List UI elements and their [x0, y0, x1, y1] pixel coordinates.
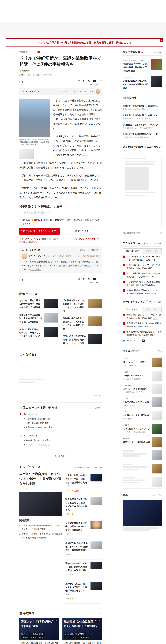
- digest-thumbnail[interactable]: [77, 434, 102, 450]
- ranking-item-title[interactable]: 医学部受験「6浪」からアナウンサーに 原千晶さんが吹っ切れた瞬間136: [126, 313, 161, 320]
- top-news-item-thumbnail[interactable]: [91, 582, 102, 590]
- related-item[interactable]: あの日、殺人に直面した住民たち 年老いても「死角ない街」のために: [19, 328, 58, 342]
- content-thumbnail[interactable]: [152, 384, 161, 394]
- related-item-title[interactable]: あの日、殺人に直面した住民たち 年老いても「死角ない街」のために: [19, 328, 42, 342]
- commenter-name[interactable]: マライ・メントライン: [29, 254, 50, 258]
- pr-item-title[interactable]: 全国に広がる歯科訪問診療の担い手不足: [123, 132, 161, 136]
- content-title[interactable]: 極上のバゲットと焼菓子: [123, 361, 146, 364]
- top-news-item[interactable]: 星野源さんの紅白曲、反発覚悟で批判した俳優「作品に罪なくても」 18:00: [65, 580, 102, 604]
- commenter-avatar[interactable]: [22, 254, 27, 259]
- pr-item[interactable]: 京都大学・髙折教授に聞く、血液のがん 適切な相談をして選ぶ治療法とは: [123, 103, 161, 112]
- content-item[interactable]: 【＆w】 夫が変わり、台所が変わった 東京の台所２: [123, 409, 161, 422]
- content-item[interactable]: [123, 449, 161, 462]
- top-news-item[interactable]: 「世界の川重」の裏金づくり「やはりばれた」下請け社長は覚悟した 17:02 独自: [65, 472, 102, 495]
- register-button[interactable]: 今すぐ登録（初トクキャンペーン中）: [19, 228, 60, 235]
- print-button[interactable]: [19, 277, 25, 283]
- subhead-keyword-link[interactable]: 民事訴訟: [19, 205, 31, 208]
- top-news-item-title[interactable]: 足立敏之参院議員が死去 訪問中のモルディブで 海難事故か: [65, 521, 89, 532]
- series-category[interactable]: わたしとロック: [123, 76, 149, 79]
- content-item[interactable]: 【＆M】 キッチンのCMラブソング いしわたり淳治の視点: [123, 369, 161, 382]
- commenter-link[interactable]: コメント: [88, 90, 95, 93]
- more-link[interactable]: もっと見る: [153, 242, 161, 245]
- lead-story-title[interactable]: 架空取引で海自接待、脈々つづけて40年 川重が陥った事なかれ主義: [19, 472, 62, 486]
- content-item[interactable]: [123, 462, 161, 475]
- top-news-item[interactable]: 不倫・DV・モラハラの「代償」慰謝料の相場と盲点 弁護士に聞く 17:30: [65, 560, 102, 580]
- digest-headline[interactable]: インフルエンザが急拡大: [24, 443, 51, 446]
- related-article-title[interactable]: 防衛省が不祥事の在庫一掃セール？ 国会の追及避け、年末に集中発表: [22, 524, 62, 531]
- digest-thumbnail[interactable]: [77, 412, 102, 429]
- content-item[interactable]: Re:Ron 選挙でショート動画広まる訳: [123, 436, 161, 449]
- ranking-item-title[interactable]: 「社長が怒っている」ジャニーズ幹部発言 公取委把握、「注意」の裏: [126, 255, 161, 262]
- related-item[interactable]: 「自販機＆防犯カメラ」街に続々 あえて隠さず、あったか〜い見守り: [63, 299, 102, 313]
- tab-hatena[interactable]: はてなブックマーク: [142, 307, 161, 312]
- guide-link[interactable]: ご案内: [156, 350, 161, 352]
- related-item[interactable]: なぜいま？暴走の騒音110番が急増中 大阪から兵庫へ「出張疑惑」: [19, 299, 58, 309]
- ranking-item[interactable]: 1 医学部受験「6浪」からアナウンサーに 原千晶さんが吹っ切れた瞬間136: [123, 313, 161, 320]
- gallery-icon[interactable]: [35, 144, 37, 145]
- content-category[interactable]: 【＆w】: [123, 358, 146, 360]
- video-thumbnail[interactable]: 解説人語 韓国メディア記者が語る 非常戒厳の衝撃 呼び起こされた独裁の「記憶」 …: [19, 618, 59, 640]
- facebook-icon[interactable]: f: [83, 277, 85, 281]
- close-icon[interactable]: X: [160, 39, 163, 42]
- hatena-count[interactable]: 55: [96, 83, 98, 86]
- share-list-link[interactable]: list: [90, 282, 93, 284]
- facebook-link[interactable]: Facebook: [127, 339, 135, 342]
- video-thumbnail[interactable]: 解説人語 船井電機 なぜ自己破産 消えた300億円と「1円譲渡」 かつては米国で…: [62, 618, 102, 640]
- x-timeline-widget[interactable]: [123, 156, 161, 228]
- related-item-thumbnail[interactable]: [44, 313, 58, 322]
- outbrain-attribution[interactable]: Outbrain ▷: [94, 394, 102, 397]
- x-icon[interactable]: X: [88, 79, 90, 83]
- content-thumbnail[interactable]: [152, 424, 161, 434]
- ranking-item-title[interactable]: 医学部受験「6浪」からアナウンサーに 原千晶さんが吹っ切れた瞬間: [126, 264, 161, 270]
- author-name[interactable]: 東孝司: [19, 74, 25, 76]
- commentplus-bar[interactable]: コメントプラス マライ・メントラインさんの コメント: [19, 88, 102, 95]
- x-widget-footer[interactable]: 朝日新聞神戸総局(X) 𝕏: [123, 230, 161, 237]
- content-title[interactable]: クルマの旅は発見がいっぱい: [123, 400, 150, 404]
- more-link[interactable]: もっと見る: [153, 51, 161, 54]
- comment-preview-link[interactable]: 注目コメント試し読み ›: [80, 248, 100, 252]
- content-title[interactable]: 夫が変わり、台所が変わった: [123, 414, 150, 417]
- ranking-item[interactable]: › タワー式駐車場で車が落下、下敷きの作業員死亡 定期点検中に 神戸: [123, 272, 161, 278]
- ranking-item-title[interactable]: 教員採用倍率、なぜ過去最低に？ 中教審臨時委員が考える背景と対策71: [126, 330, 161, 337]
- digest-headline[interactable]: 芸能事務所 口頭契約3割: [24, 417, 53, 420]
- video-list-link[interactable]: 一覧: [99, 612, 102, 615]
- content-thumbnail[interactable]: [152, 371, 161, 380]
- top-news-item-thumbnail[interactable]: [91, 542, 102, 549]
- ranking-item[interactable]: › 「社長が怒っている」ジャニーズ幹部発言 公取委把握、「注意」の裏: [123, 255, 161, 262]
- more-share-icon[interactable]: ⋯: [100, 277, 102, 281]
- related-item-title[interactable]: 米泥棒に年収の3分の1盗まれ…「しんどさ知っとるんか」農家の悲痛: [63, 316, 86, 330]
- related-item-thumbnail[interactable]: [88, 334, 102, 344]
- content-thumbnail[interactable]: [152, 397, 161, 407]
- related-article-item[interactable]: ▶ 防衛省が不祥事の在庫一掃セール？ 国会の追及避け、年末に集中発表: [19, 524, 62, 531]
- share-list-link[interactable]: list: [90, 83, 93, 86]
- content-thumbnail[interactable]: [152, 410, 161, 420]
- related-item[interactable]: 斎藤知事めぐる告発受理、今後の捜査は？ 立件には「二つの焦点」: [19, 313, 58, 324]
- related-item-thumbnail[interactable]: [44, 299, 58, 308]
- commenter-avatar[interactable]: [96, 89, 100, 94]
- content-item[interactable]: 【＆w】 極上のバゲットと焼菓子 このパンがすごい！: [123, 356, 161, 369]
- print-button[interactable]: [19, 79, 25, 84]
- ranking-item[interactable]: 3 教員採用倍率、なぜ過去最低に？ 中教審臨時委員が考える背景と対策71: [123, 330, 161, 337]
- mail-icon[interactable]: ✉: [78, 79, 80, 83]
- related-item-title[interactable]: 斎藤知事めぐる告発受理、今後の捜査は？ 立件には「二つの焦点」: [19, 313, 42, 324]
- related-item[interactable]: 米泥棒に年収の3分の1盗まれ…「しんどさ知っとるんか」農家の悲痛: [63, 316, 102, 330]
- pr-item-title[interactable]: 近畿大学・松村教授に聞く、血液のがん: [123, 114, 161, 117]
- pr-item[interactable]: 近畿大学・松村教授に聞く、血液のがん 万が一の備えに「リンパ腫」を知ろう: [123, 112, 161, 122]
- top-news-item-title[interactable]: 「世界の川重」の裏金づくり「やはりばれた」下請け社長は覚悟した: [65, 474, 89, 488]
- hatena-icon[interactable]: B!: [93, 277, 96, 281]
- mail-icon[interactable]: ✉: [78, 277, 80, 281]
- related-article-item[interactable]: ▶ 防衛省、川崎重工に返金要求へ 潜水艦修理めぐる裏金問題で中間報告: [19, 532, 62, 539]
- top-news-item-thumbnail[interactable]: [91, 521, 102, 529]
- related-item[interactable]: 見知らぬ男と自宅で鉢合わせ、死を覚悟した夜 盗まれたロレックスは: [63, 334, 102, 345]
- campaign-banner[interactable]: 今なら2カ月間月額100円で有料記事が読み放題！便利な機能も豊富！詳細はこちら …: [6, 38, 163, 47]
- hatena-icon[interactable]: B!: [93, 79, 96, 83]
- content-item[interactable]: [123, 475, 161, 488]
- pr-item-title[interactable]: 京都大学・髙折教授に聞く、血液のがん: [123, 104, 161, 108]
- series-item[interactable]: 朝倉康心のMリーグこの一打 伊達朱里紗〝ダブリー〟せず逆転の跳満 朝倉康心が三つ…: [123, 58, 161, 74]
- content-category[interactable]: Re:Ron: [123, 437, 150, 440]
- digest-link[interactable]: ニュースの要点へ: [89, 407, 102, 410]
- related-item-thumbnail[interactable]: [44, 328, 58, 337]
- series-item[interactable]: わたしとロック UVERworldのTAKUYA∞さん ロッキンは憧れの特別な所: [123, 74, 161, 91]
- ranking-item-title[interactable]: ドリルで神経切断か、医師を業過致傷罪で起訴 他に7件の事故報告も: [126, 280, 161, 287]
- digest-headline[interactable]: 教員倍率 小中高すべて最低: [24, 426, 53, 429]
